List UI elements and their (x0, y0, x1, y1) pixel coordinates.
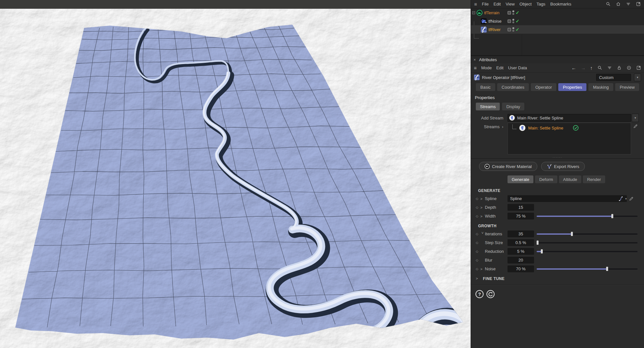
anim-dot-icon[interactable]: ◇ (476, 214, 480, 218)
subtab-streams[interactable]: Streams (476, 103, 500, 110)
attr-menu-edit[interactable]: Edit (496, 65, 503, 70)
tree-item-tfnoise[interactable]: + tfNoise ✓ (471, 17, 644, 25)
history-back-icon[interactable]: ← (572, 65, 576, 71)
tab-coordinates[interactable]: Coordinates (497, 83, 529, 91)
hamburger-menu-icon[interactable]: ≡ (474, 2, 477, 6)
stream-item-name[interactable]: Main: Settle Spline (528, 126, 563, 130)
step-size-field[interactable]: 0.5 % (508, 239, 534, 246)
menu-file[interactable]: File (482, 2, 489, 6)
action-buttons: Create River Material Export Rivers (471, 159, 644, 172)
preset-dropdown-arrow[interactable]: ▾ (634, 73, 641, 81)
depth-field[interactable]: 15 (508, 204, 534, 211)
menu-edit[interactable]: Edit (494, 2, 501, 6)
edit-pencil-icon[interactable] (633, 123, 638, 129)
anim-dot-icon[interactable]: ◇ (476, 258, 480, 262)
object-name[interactable]: tfRiver (488, 27, 501, 32)
streams-listbox[interactable]: Main: Settle Spline (508, 123, 631, 154)
object-name[interactable]: tfTerrain (484, 10, 499, 15)
menu-object[interactable]: Object (519, 2, 532, 6)
help-icon[interactable]: ? (475, 290, 484, 298)
add-stream-dropdown-arrow[interactable]: ▾ (632, 114, 639, 122)
tree-item-tfriver[interactable]: tfRiver ✓ (471, 25, 644, 34)
mode-deform[interactable]: Deform (535, 175, 557, 183)
panel-resize-grip[interactable]: ······ (471, 154, 644, 159)
attr-menu-mode[interactable]: Mode (481, 65, 492, 70)
enabled-checkmark[interactable]: ✓ (516, 18, 519, 24)
viewport-3d[interactable] (0, 0, 471, 348)
tab-properties[interactable]: Properties (558, 83, 586, 91)
tab-operator[interactable]: Operator (531, 83, 556, 91)
footer-icons: ? (471, 285, 644, 298)
home-icon[interactable] (616, 2, 621, 7)
filter-icon[interactable] (626, 2, 631, 7)
fine-tune-group-header[interactable]: > FINE TUNE (471, 273, 644, 282)
lock-icon[interactable] (617, 65, 622, 71)
visibility-dots[interactable] (512, 19, 514, 23)
step-size-slider[interactable] (537, 241, 638, 245)
parent-up-icon[interactable]: ↑ (590, 65, 593, 71)
attr-menu-userdata[interactable]: User Data (508, 65, 527, 70)
anim-dot-icon[interactable]: ◇ (476, 267, 480, 271)
menu-tags[interactable]: Tags (537, 2, 545, 6)
mode-render[interactable]: Render (583, 175, 605, 183)
anim-dot-icon[interactable]: ◇ (476, 206, 480, 209)
reduction-field[interactable]: 5 % (508, 248, 534, 255)
collapse-chevron-icon[interactable]: > (481, 232, 485, 236)
search-icon[interactable] (606, 2, 611, 7)
expand-chevron-icon[interactable]: > (480, 267, 485, 271)
layer-chip[interactable] (508, 11, 511, 15)
close-icon[interactable]: × (474, 58, 476, 62)
iterations-slider[interactable] (537, 232, 638, 236)
visibility-dots[interactable] (512, 10, 514, 15)
hamburger-menu-icon[interactable]: ≡ (474, 65, 477, 71)
width-field[interactable]: 75 % (508, 213, 534, 219)
reset-icon[interactable] (486, 290, 495, 298)
river-operator-icon (481, 27, 487, 33)
menu-bookmarks[interactable]: Bookmarks (550, 2, 571, 6)
tab-preview[interactable]: Preview (615, 83, 639, 91)
create-river-material-button[interactable]: Create River Material (479, 162, 537, 171)
menu-view[interactable]: View (506, 2, 515, 6)
object-name[interactable]: tfNoise (488, 19, 501, 24)
iterations-field[interactable]: 35 (508, 230, 534, 237)
collapse-icon[interactable]: − (472, 11, 475, 14)
spline-link-field[interactable]: Spline (508, 195, 627, 202)
noise-field[interactable]: 70 % (508, 265, 534, 272)
expand-chevron-icon[interactable]: > (476, 276, 480, 281)
anim-dot-icon[interactable]: ◇ (476, 232, 480, 236)
expand-chevron-icon[interactable]: > (480, 197, 485, 201)
tree-item-tfterrain[interactable]: − tfTerrain ✓ (471, 8, 644, 17)
layer-chip[interactable] (508, 19, 511, 23)
visibility-dots[interactable] (512, 27, 514, 32)
blur-field[interactable]: 20 (508, 257, 534, 264)
anim-dot-icon[interactable]: ◇ (476, 250, 480, 253)
tab-masking[interactable]: Masking (588, 83, 613, 91)
anim-dot-icon[interactable]: ◇ (476, 241, 480, 244)
filter-icon[interactable] (607, 65, 612, 71)
reduction-slider[interactable] (537, 249, 638, 253)
undock-window-icon[interactable] (636, 2, 641, 7)
anim-dot-icon[interactable]: ◇ (476, 197, 480, 200)
undock-window-icon[interactable] (636, 65, 641, 71)
stream-list-item[interactable]: Main: Settle Spline (508, 123, 631, 131)
width-slider[interactable] (537, 214, 638, 218)
add-stream-dropdown[interactable]: Main River: Settle Spline (508, 114, 631, 122)
enabled-checkmark[interactable]: ✓ (516, 10, 519, 15)
search-icon[interactable] (597, 65, 602, 71)
layer-chip[interactable] (508, 28, 511, 31)
mode-altitude[interactable]: Altitude (559, 175, 581, 183)
mode-generate[interactable]: Generate (508, 175, 533, 183)
expand-chevron-icon[interactable]: > (480, 214, 485, 218)
link-dropdown-arrow[interactable]: ▾ (625, 197, 627, 200)
tab-basic[interactable]: Basic (476, 83, 495, 91)
pick-pencil-icon[interactable] (629, 196, 634, 201)
properties-section-title: Properties (471, 93, 644, 102)
preset-dropdown[interactable]: Custom (596, 74, 631, 81)
export-rivers-button[interactable]: Export Rivers (541, 162, 585, 171)
expand-chevron-icon[interactable]: > (480, 206, 485, 209)
noise-slider[interactable] (537, 267, 638, 271)
history-forward-icon[interactable]: → (581, 65, 586, 71)
focus-target-icon[interactable] (626, 65, 631, 71)
enabled-checkmark[interactable]: ✓ (516, 27, 519, 32)
subtab-display[interactable]: Display (502, 103, 524, 110)
